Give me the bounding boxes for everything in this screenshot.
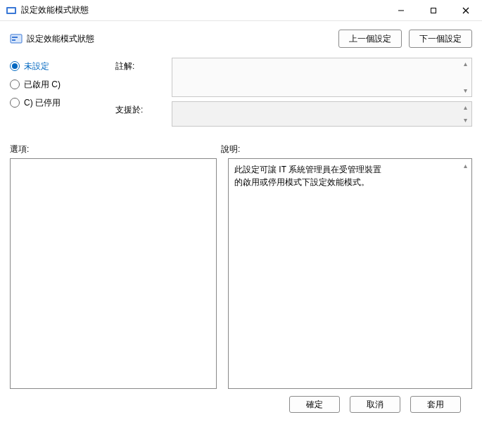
app-icon bbox=[6, 5, 17, 16]
scroll-arrows: ▴ bbox=[460, 162, 470, 179]
supported-on-box: ▴ ▾ bbox=[172, 101, 472, 127]
next-setting-button[interactable]: 下一個設定 bbox=[409, 30, 472, 48]
scroll-arrows: ▴ ▾ bbox=[460, 60, 470, 95]
scroll-arrows: ▴ ▾ bbox=[460, 103, 470, 124]
comment-input[interactable]: ▴ ▾ bbox=[172, 58, 472, 97]
svg-rect-7 bbox=[12, 37, 18, 38]
help-label: 說明: bbox=[221, 143, 240, 155]
minimize-button[interactable] bbox=[385, 0, 417, 20]
radio-label: 已啟用 C) bbox=[24, 79, 61, 91]
chevron-down-icon[interactable]: ▾ bbox=[460, 87, 470, 95]
svg-rect-3 bbox=[431, 8, 436, 13]
close-button[interactable] bbox=[450, 0, 482, 20]
radio-enabled[interactable]: 已啟用 C) bbox=[10, 76, 108, 93]
options-label: 選項: bbox=[10, 143, 221, 155]
comment-label: 註解: bbox=[115, 58, 165, 72]
window-controls bbox=[385, 0, 482, 20]
chevron-up-icon[interactable]: ▴ bbox=[460, 162, 470, 170]
radio-label: 未設定 bbox=[24, 60, 49, 72]
radio-label: C) 已停用 bbox=[24, 97, 61, 109]
previous-setting-button[interactable]: 上一個設定 bbox=[338, 30, 402, 48]
cancel-button[interactable]: 取消 bbox=[350, 396, 400, 413]
radio-not-configured[interactable]: 未設定 bbox=[10, 58, 108, 75]
dialog-footer: 確定 取消 套用 bbox=[10, 389, 472, 413]
supported-label: 支援於: bbox=[115, 101, 165, 116]
svg-rect-1 bbox=[8, 8, 15, 13]
chevron-down-icon[interactable]: ▾ bbox=[460, 116, 470, 124]
radio-dot-icon bbox=[10, 79, 20, 89]
window-title: 設定效能模式狀態 bbox=[21, 4, 385, 16]
help-text-line: 的啟用或停用模式下設定效能模式。 bbox=[234, 176, 459, 188]
radio-dot-icon bbox=[10, 98, 20, 108]
svg-rect-6 bbox=[11, 34, 22, 43]
policy-icon bbox=[10, 32, 23, 45]
chevron-up-icon[interactable]: ▴ bbox=[460, 60, 470, 68]
header-row: 設定效能模式狀態 上一個設定 下一個設定 bbox=[10, 30, 472, 48]
ok-button[interactable]: 確定 bbox=[289, 396, 340, 413]
maximize-button[interactable] bbox=[417, 0, 450, 20]
title-bar: 設定效能模式狀態 bbox=[0, 0, 482, 21]
apply-button[interactable]: 套用 bbox=[410, 396, 461, 413]
state-radio-group: 未設定 已啟用 C) C) 已停用 bbox=[10, 58, 108, 113]
help-panel: 此設定可讓 IT 系統管理員在受管理裝置 的啟用或停用模式下設定效能模式。 ▴ bbox=[228, 158, 472, 389]
radio-dot-icon bbox=[10, 61, 20, 71]
page-title: 設定效能模式狀態 bbox=[27, 33, 94, 45]
help-text-line: 此設定可讓 IT 系統管理員在受管理裝置 bbox=[234, 163, 459, 176]
svg-rect-8 bbox=[12, 39, 15, 41]
radio-disabled[interactable]: C) 已停用 bbox=[10, 94, 108, 111]
chevron-up-icon[interactable]: ▴ bbox=[460, 103, 470, 112]
options-panel bbox=[10, 158, 217, 389]
